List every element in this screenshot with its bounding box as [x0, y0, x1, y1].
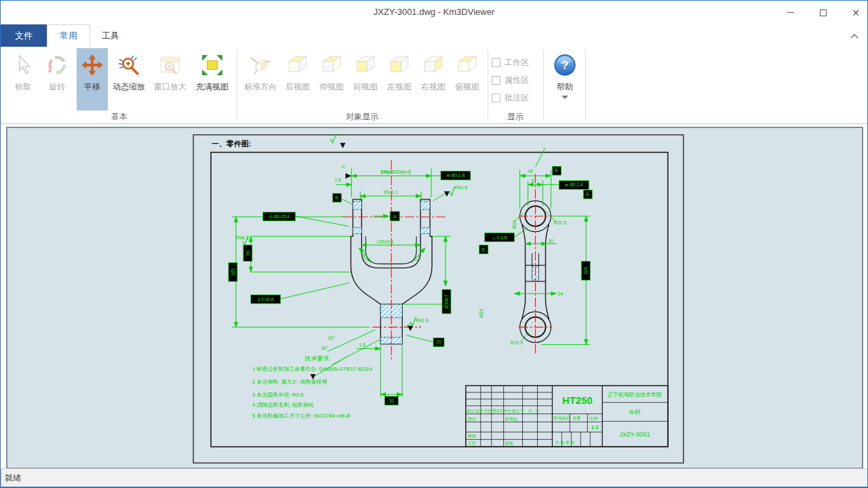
- rotate-button[interactable]: 旋转: [41, 48, 73, 110]
- group-separator: [237, 49, 237, 120]
- workspace-checkbox-label: 工作区: [505, 57, 529, 68]
- svg-text:B: B: [335, 195, 338, 200]
- view-cube-back-icon: [286, 54, 309, 77]
- svg-text:Ra1.6: Ra1.6: [455, 185, 468, 190]
- group-label-basic: 基本: [82, 111, 157, 123]
- svg-text:标记 处数 分区 更改文件号 签名 年、月、日: 标记 处数 分区 更改文件号 签名 年、月、日: [467, 409, 539, 413]
- group-label-object-display: 对象显示: [325, 111, 399, 123]
- back-view-button[interactable]: 后视图: [281, 48, 314, 110]
- svg-text:Ra6.3: Ra6.3: [236, 235, 249, 240]
- standard-direction-button[interactable]: 标准方向: [241, 48, 280, 110]
- scale-value: 1:1: [591, 424, 599, 430]
- ribbon-collapse-button[interactable]: [850, 33, 859, 40]
- cursor-icon: [12, 54, 35, 77]
- tab-home[interactable]: 常用: [47, 24, 90, 47]
- bottom-view-button[interactable]: 仰视图: [315, 48, 348, 110]
- front-view-button[interactable]: 前视图: [349, 48, 382, 110]
- status-bar: 就绪: [1, 468, 867, 487]
- svg-text:30: 30: [531, 178, 536, 183]
- drawing-canvas[interactable]: 一、零件图:: [6, 127, 863, 469]
- title-block: HT250 辽宁机电职业技术学院 吊杆 JXZY-3D01 1:1 标记 处数 …: [466, 386, 668, 447]
- svg-text:批准: 批准: [505, 441, 513, 446]
- title-bar: JXZY-3001.dwg - Km3DViewer ✕: [1, 1, 867, 24]
- svg-text:A: A: [393, 214, 397, 219]
- window-title: JXZY-3001.dwg - Km3DViewer: [1, 7, 867, 17]
- svg-text:B: B: [555, 168, 557, 173]
- view-cube-left-icon: [388, 54, 411, 77]
- ribbon-tab-row: 文件 常用 工具: [1, 24, 867, 47]
- svg-text:⊕ Ø0.1 A: ⊕ Ø0.1 A: [565, 182, 584, 187]
- svg-text:5: 5: [341, 165, 346, 168]
- material-label: HT250: [562, 395, 593, 406]
- group-separator: [585, 49, 586, 120]
- svg-text:165: 165: [231, 268, 235, 276]
- fit-view-button[interactable]: 充满视图: [192, 48, 233, 110]
- window-zoom-button[interactable]: 窗口放大: [151, 48, 190, 110]
- pan-icon: [81, 54, 104, 77]
- view-cube-top-icon: [456, 54, 479, 77]
- annotations-checkbox[interactable]: [492, 94, 500, 102]
- organization-label: 辽宁机电职业技术学院: [608, 391, 662, 398]
- svg-text:1.6: 1.6: [359, 342, 366, 347]
- dimension-notes: [object Object] 110±0.1 90±0.1 1.6 45 30…: [236, 165, 566, 351]
- right-view-button[interactable]: 右视图: [417, 48, 450, 110]
- svg-text:45: 45: [528, 169, 534, 174]
- svg-text:工艺: 工艺: [468, 441, 476, 445]
- close-button[interactable]: ✕: [850, 7, 862, 19]
- svg-text:90: 90: [245, 251, 250, 256]
- annotations-checkbox-row[interactable]: 批注区: [492, 89, 529, 106]
- svg-text:⊥ 0.3 B: ⊥ 0.3 B: [492, 235, 507, 240]
- svg-text:阶段标记: 阶段标记: [553, 415, 570, 421]
- group-label-display: 显示: [478, 111, 553, 123]
- svg-text:20: 20: [436, 340, 441, 344]
- view-cube-front-icon: [354, 54, 377, 77]
- svg-text:245: 245: [583, 267, 588, 274]
- svg-text:24: 24: [557, 291, 563, 296]
- fit-view-icon: [201, 54, 224, 77]
- side-view-centerlines: [519, 174, 553, 355]
- dynamic-zoom-button[interactable]: 动态缩放: [109, 48, 149, 110]
- pan-button[interactable]: 平移: [77, 48, 108, 110]
- group-separator: [488, 49, 488, 120]
- window-zoom-icon: [159, 54, 182, 77]
- drawing-number-label: JXZY-3D01: [619, 431, 650, 438]
- svg-text:5 未注机械加工尺寸公差: ISO2768-mB-B: 5 未注机械加工尺寸公差: ISO2768-mB-B: [252, 413, 351, 419]
- svg-text:设计: 设计: [468, 416, 476, 421]
- maximize-button[interactable]: [817, 7, 829, 19]
- properties-checkbox[interactable]: [492, 76, 500, 85]
- maximize-icon: [820, 9, 827, 16]
- svg-text:Ø28: Ø28: [512, 220, 517, 229]
- axis-cube-icon: [249, 54, 272, 77]
- svg-text:4 清除边角毛刺, 锐角倒钝: 4 清除边角毛刺, 锐角倒钝: [252, 402, 314, 408]
- svg-text:R22.5: R22.5: [553, 220, 566, 225]
- help-dropdown-arrow-icon[interactable]: [561, 96, 568, 99]
- minimize-button[interactable]: [785, 7, 797, 19]
- svg-text:30: 30: [389, 399, 395, 403]
- svg-text:Ø30H7: Ø30H7: [444, 294, 449, 308]
- properties-checkbox-row[interactable]: 属性区: [492, 71, 529, 89]
- svg-text:∥ 0.08 A: ∥ 0.08 A: [258, 297, 274, 302]
- help-icon: ?: [553, 54, 576, 77]
- tech-requirements: 技术要求 1 铸造公差和加工余量符合: DIN685-GTB17-BZ3/4 2…: [252, 355, 373, 418]
- status-bar-divider: [1, 469, 1, 487]
- workspace-checkbox[interactable]: [492, 58, 500, 67]
- minimize-icon: [787, 12, 794, 13]
- display-group: 工作区 属性区 批注区: [492, 54, 529, 106]
- tab-file[interactable]: 文件: [1, 24, 47, 47]
- help-button[interactable]: ? 帮助: [547, 48, 583, 110]
- pick-button[interactable]: 拾取: [7, 48, 39, 110]
- window-controls: ✕: [785, 1, 862, 24]
- svg-text:30°: 30°: [321, 346, 329, 350]
- left-view-button[interactable]: 左视图: [383, 48, 416, 110]
- svg-text:⊕ Ø0.1 B: ⊕ Ø0.1 B: [446, 173, 465, 178]
- svg-text:技术要求: 技术要求: [304, 355, 330, 362]
- svg-text:R10: R10: [361, 253, 370, 263]
- svg-text:Ø20: Ø20: [479, 309, 484, 318]
- svg-text:R22.5: R22.5: [511, 340, 524, 345]
- svg-text:2 未注倒角: 最大3°, 倒角拔模用: 2 未注倒角: 最大3°, 倒角拔模用: [252, 379, 328, 385]
- workspace-checkbox-row[interactable]: 工作区: [492, 54, 529, 71]
- top-view-button[interactable]: 俯视图: [451, 48, 484, 110]
- svg-text:1.6: 1.6: [334, 178, 341, 182]
- tab-tools[interactable]: 工具: [90, 24, 131, 47]
- svg-text:30: 30: [548, 239, 553, 243]
